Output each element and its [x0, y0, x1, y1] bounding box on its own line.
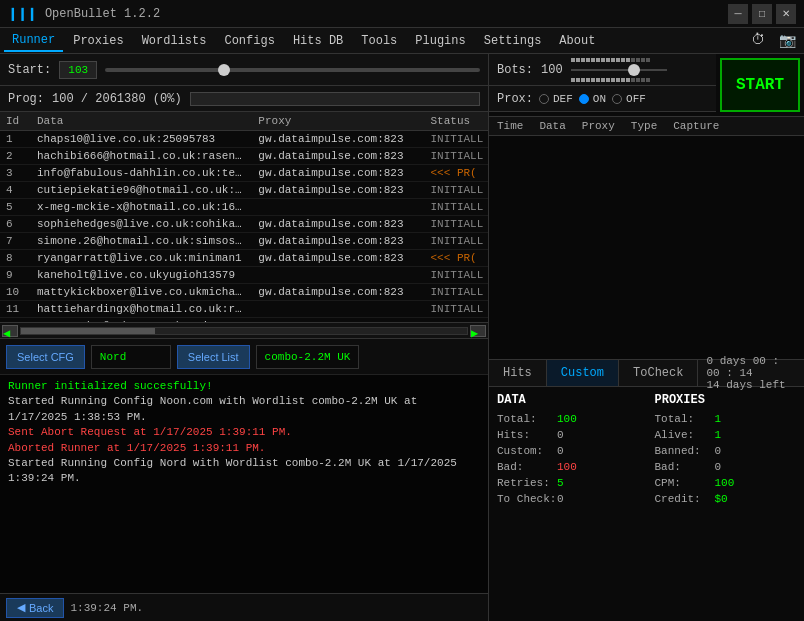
prox-on-label[interactable]: ON: [593, 93, 606, 105]
tick-6: [596, 58, 600, 62]
prox-off-label[interactable]: OFF: [626, 93, 646, 105]
cell-status: INITIALL: [425, 148, 488, 165]
cell-id: 4: [0, 182, 31, 199]
col-header-data: Data: [31, 112, 252, 131]
tick-b14: [636, 78, 640, 82]
table-row: 10 mattykickboxer@live.co.ukmichael1 gw.…: [0, 284, 488, 301]
menu-item-tools[interactable]: Tools: [353, 30, 405, 52]
h-scroll-track[interactable]: [20, 327, 468, 335]
proxy-banned: Banned: 0: [655, 445, 797, 457]
proxy-cpm-label: CPM:: [655, 477, 715, 489]
start-slider-thumb: [218, 64, 230, 76]
tick-b7: [601, 78, 605, 82]
log-area: Runner initialized succesfully!Started R…: [0, 374, 488, 593]
progress-row: Prog: 100 / 2061380 (0%): [0, 86, 488, 112]
menu-item-plugins[interactable]: Plugins: [407, 30, 473, 52]
cell-status: INITIALL: [425, 216, 488, 233]
table-row: 3 info@fabulous-dahhlin.co.uk:tesfarc gw…: [0, 165, 488, 182]
tab-hits[interactable]: Hits: [489, 360, 547, 386]
menu-item-proxies[interactable]: Proxies: [65, 30, 131, 52]
cell-id: 1: [0, 131, 31, 148]
proxy-credit: Credit: $0: [655, 493, 797, 505]
stat-custom-value: 0: [557, 445, 564, 457]
left-panel: Start: 103 Prog: 100 / 2061380 (0%) Id D…: [0, 54, 489, 621]
close-button[interactable]: ✕: [776, 4, 796, 24]
menu-item-wordlists[interactable]: Wordlists: [134, 30, 215, 52]
prox-def-radio[interactable]: [539, 94, 549, 104]
stat-retries: Retries: 5: [497, 477, 639, 489]
start-slider[interactable]: [105, 68, 480, 72]
tab-custom[interactable]: Custom: [547, 360, 619, 386]
data-table-container[interactable]: Id Data Proxy Status 1 chaps10@live.co.u…: [0, 112, 488, 322]
cell-proxy: gw.dataimpulse.com:823: [252, 233, 424, 250]
prox-on-group: ON: [579, 93, 606, 105]
prox-off-group: OFF: [612, 93, 646, 105]
tick-b3: [581, 78, 585, 82]
log-line: Runner initialized succesfully!: [8, 379, 480, 394]
stat-bad-label: Bad:: [497, 461, 557, 473]
camera-icon[interactable]: 📷: [775, 30, 800, 51]
cell-status: INITIALL: [425, 284, 488, 301]
stat-total-value: 100: [557, 413, 577, 425]
timer-icon[interactable]: ⏱: [747, 30, 769, 51]
proxies-stats-col: PROXIES Total: 1 Alive: 1 Banned: 0 Bad:…: [655, 393, 797, 616]
menu-item-settings[interactable]: Settings: [476, 30, 550, 52]
tick-13: [631, 58, 635, 62]
tabs-row: Hits Custom ToCheck 0 days 00 : 00 : 14 …: [489, 359, 804, 387]
cell-data: mattykickboxer@live.co.ukmichael1: [31, 284, 252, 301]
prog-label: Prog:: [8, 92, 44, 106]
scroll-left-btn[interactable]: ◀: [2, 325, 18, 337]
table-header-row: Id Data Proxy Status: [0, 112, 488, 131]
maximize-button[interactable]: □: [752, 4, 772, 24]
data-table: Id Data Proxy Status 1 chaps10@live.co.u…: [0, 112, 488, 322]
title-bar: ❙❙❙ OpenBullet 1.2.2 ─ □ ✕: [0, 0, 804, 28]
cell-status: INITIALL: [425, 267, 488, 284]
cell-data: cutiepiekatie96@hotmail.co.uk:staff: [31, 182, 252, 199]
proxy-bad-label: Bad:: [655, 461, 715, 473]
proxy-cpm-value: 100: [715, 477, 735, 489]
cell-data: kaneholt@live.co.ukyugioh13579: [31, 267, 252, 284]
timer-display: 0 days 00 : 00 : 14 14 days left: [698, 355, 804, 391]
proxy-total-value: 1: [715, 413, 722, 425]
data-stats-col: DATA Total: 100 Hits: 0 Custom: 0 Bad: 1…: [497, 393, 639, 616]
bots-slider-row[interactable]: [571, 64, 667, 76]
start-value[interactable]: 103: [59, 61, 97, 79]
tick-5: [591, 58, 595, 62]
back-button[interactable]: ◀ Back: [6, 598, 64, 618]
cell-proxy: gw.dataimpulse.com:823: [252, 148, 424, 165]
menu-item-hitsdb[interactable]: Hits DB: [285, 30, 351, 52]
tick-b9: [611, 78, 615, 82]
select-cfg-button[interactable]: Select CFG: [6, 345, 85, 369]
log-col-type: Type: [631, 120, 657, 132]
table-row: 4 cutiepiekatie96@hotmail.co.uk:staff gw…: [0, 182, 488, 199]
cell-proxy: gw.dataimpulse.com:823: [252, 165, 424, 182]
prox-on-radio[interactable]: [579, 94, 589, 104]
tab-tocheck[interactable]: ToCheck: [619, 360, 698, 386]
menu-icons: ⏱ 📷: [747, 30, 800, 51]
cell-data: info@fabulous-dahhlin.co.uk:tesfarc: [31, 165, 252, 182]
cell-id: 6: [0, 216, 31, 233]
cell-proxy: gw.dataimpulse.com:823: [252, 182, 424, 199]
menu-item-runner[interactable]: Runner: [4, 30, 63, 52]
col-header-id: Id: [0, 112, 31, 131]
cell-proxy: gw.dataimpulse.com:823: [252, 284, 424, 301]
back-label: Back: [29, 602, 53, 614]
menu-item-about[interactable]: About: [551, 30, 603, 52]
app-title: OpenBullet 1.2.2: [45, 7, 728, 21]
cell-proxy: gw.dataimpulse.com:823: [252, 250, 424, 267]
tick-15: [641, 58, 645, 62]
right-controls: Bots: 100: [489, 54, 716, 116]
cell-data: chaps10@live.co.uk:25095783: [31, 131, 252, 148]
select-list-button[interactable]: Select List: [177, 345, 250, 369]
stat-tocheck: To Check: 0: [497, 493, 639, 505]
bots-value: 100: [541, 63, 563, 77]
proxy-bad: Bad: 0: [655, 461, 797, 473]
tick-9: [611, 58, 615, 62]
menu-item-configs[interactable]: Configs: [216, 30, 282, 52]
prox-def-label[interactable]: DEF: [553, 93, 573, 105]
scroll-right-btn[interactable]: ▶: [470, 325, 486, 337]
minimize-button[interactable]: ─: [728, 4, 748, 24]
start-button[interactable]: START: [720, 58, 800, 112]
horizontal-scrollbar[interactable]: ◀ ▶: [0, 322, 488, 338]
prox-off-radio[interactable]: [612, 94, 622, 104]
